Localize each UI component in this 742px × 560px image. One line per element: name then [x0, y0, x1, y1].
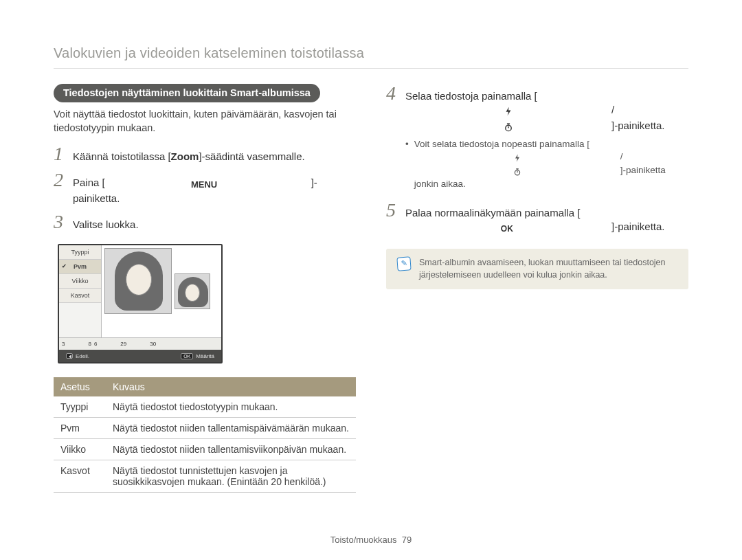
step-text-pre: Paina [ — [73, 177, 105, 188]
step-1: 1 Käännä toistotilassa [Zoom]-säädintä v… — [54, 144, 356, 164]
back-arrow-icon — [66, 353, 73, 359]
settings-table: Asetus Kuvaus Tyyppi Näytä tiedostot tie… — [54, 377, 356, 493]
step-number: 2 — [54, 170, 66, 190]
device-photo-large — [104, 248, 172, 314]
tick: 6 — [94, 341, 97, 347]
setting-name: Tyyppi — [54, 396, 106, 418]
step-number: 1 — [54, 144, 66, 164]
ok-key-icon: OK — [181, 353, 193, 359]
table-header-setting: Asetus — [54, 377, 106, 396]
footer-section: Toisto/muokkaus — [330, 535, 397, 545]
step-number: 5 — [386, 201, 398, 220]
step-3: 3 Valitse luokka. — [54, 212, 356, 232]
right-column: 4 Selaa tiedostoja painamalla [/]-painik… — [386, 84, 688, 493]
step-text-pre: Palaa normaalinäkymään painamalla [ — [405, 207, 580, 219]
page-title: Valokuvien ja videoiden katseleminen toi… — [54, 45, 688, 69]
setting-name: Pvm — [54, 418, 106, 439]
ok-icon — [405, 221, 611, 235]
device-menu-item-selected: Pvm — [59, 260, 101, 274]
step-text: Käännä toistotilassa [Zoom]-säädintä vas… — [73, 150, 305, 164]
device-timeline: 3 8 6 29 30 — [59, 337, 221, 350]
step-text-pre: Selaa tiedostoja painamalla [ — [405, 90, 537, 102]
step-5: 5 Palaa normaalinäkymään painamalla []-p… — [386, 201, 688, 236]
device-category-menu: Tyyppi Pvm Viikko Kasvot — [59, 245, 102, 337]
left-column: Tiedostojen näyttäminen luokittain Smart… — [54, 84, 356, 493]
device-photo-small — [175, 273, 210, 309]
timer-icon — [405, 120, 611, 134]
note-icon: ✎ — [396, 256, 411, 271]
step-4-sub: Voit selata tiedostoja nopeasti painamal… — [405, 138, 688, 191]
step-number: 4 — [386, 84, 398, 103]
device-screenshot: Tyyppi Pvm Viikko Kasvot — [58, 244, 223, 363]
step-text-pre: Käännä toistotilassa [ — [73, 150, 171, 162]
tick: 8 — [88, 341, 91, 347]
tick: 3 — [62, 341, 65, 347]
device-preview — [102, 245, 221, 337]
step-text-post: ]-säädintä vasemmalle. — [199, 150, 304, 162]
device-footer: Edell. OK Määritä — [59, 350, 221, 362]
setting-name: Kasvot — [54, 460, 106, 493]
tick: 29 — [120, 341, 126, 347]
device-set-label: Määritä — [196, 353, 214, 359]
step-text-post: ]-painiketta. — [611, 120, 665, 131]
flash-icon — [405, 104, 611, 118]
table-row: Pvm Näytä tiedostot niiden tallentamispä… — [54, 418, 356, 439]
setting-desc: Näytä tiedostot tunnistettujen kasvojen … — [106, 460, 356, 493]
setting-desc: Näytä tiedostot tiedostotyypin mukaan. — [106, 396, 356, 418]
table-row: Viikko Näytä tiedostot niiden tallentami… — [54, 439, 356, 460]
step-text: Selaa tiedostoja painamalla [/]-painiket… — [405, 89, 688, 134]
setting-desc: Näytä tiedostot niiden tallentamisviikon… — [106, 439, 356, 460]
info-note: ✎ Smart-albumin avaamiseen, luokan muutt… — [386, 249, 688, 289]
setting-name: Viikko — [54, 439, 106, 460]
zoom-label: Zoom — [171, 150, 199, 162]
step-text: Paina []-painiketta. — [73, 176, 356, 205]
intro-text: Voit näyttää tiedostot luokittain, kuten… — [54, 108, 356, 135]
device-set: OK Määritä — [181, 353, 214, 359]
step-text-post: ]-painiketta. — [611, 221, 665, 232]
device-menu-item: Kasvot — [59, 289, 101, 303]
step-number: 3 — [54, 212, 66, 232]
tick: 30 — [150, 341, 156, 347]
sub-text-pre: Voit selata tiedostoja nopeasti painamal… — [414, 139, 589, 149]
step-text: Valitse luokka. — [73, 218, 139, 232]
table-header-desc: Kuvaus — [106, 377, 356, 396]
menu-icon — [105, 177, 311, 191]
device-back-label: Edell. — [76, 353, 89, 359]
section-pill: Tiedostojen näyttäminen luokittain Smart… — [54, 84, 320, 102]
device-menu-item: Tyyppi — [59, 245, 101, 260]
table-row: Kasvot Näytä tiedostot tunnistettujen ka… — [54, 460, 356, 493]
step-4: 4 Selaa tiedostoja painamalla [/]-painik… — [386, 84, 688, 134]
note-text: Smart-albumin avaamiseen, luokan muuttam… — [419, 257, 677, 281]
footer-page-number: 79 — [402, 535, 412, 545]
setting-desc: Näytä tiedostot niiden tallentamispäiväm… — [106, 418, 356, 439]
step-2: 2 Paina []-painiketta. — [54, 170, 356, 205]
flash-icon — [414, 152, 620, 164]
timer-icon — [414, 166, 620, 178]
page-footer: Toisto/muokkaus 79 — [0, 535, 742, 545]
device-menu-item: Viikko — [59, 274, 101, 289]
step-text: Palaa normaalinäkymään painamalla []-pai… — [405, 206, 688, 236]
table-row: Tyyppi Näytä tiedostot tiedostotyypin mu… — [54, 396, 356, 418]
device-back: Edell. — [66, 353, 89, 359]
